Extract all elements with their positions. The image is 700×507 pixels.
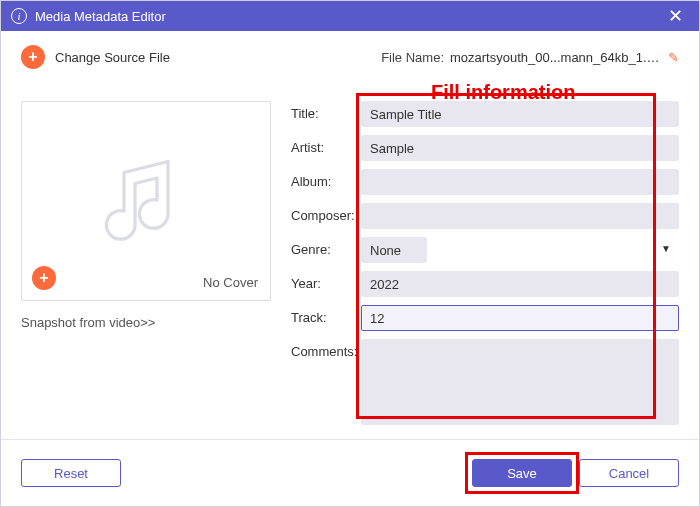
cover-box: + No Cover <box>21 101 271 301</box>
label-title: Title: <box>291 101 361 121</box>
label-comments: Comments: <box>291 339 361 359</box>
label-track: Track: <box>291 305 361 325</box>
annotation-save-highlight: Save <box>465 452 579 494</box>
music-note-icon <box>91 145 201 258</box>
year-field[interactable] <box>361 271 679 297</box>
composer-field[interactable] <box>361 203 679 229</box>
close-icon[interactable]: ✕ <box>662 5 689 27</box>
window: i Media Metadata Editor ✕ + Change Sourc… <box>0 0 700 507</box>
edit-filename-icon[interactable]: ✎ <box>668 50 679 65</box>
content: + Change Source File File Name: mozartsy… <box>1 31 699 439</box>
label-album: Album: <box>291 169 361 189</box>
title-field[interactable] <box>361 101 679 127</box>
add-cover-icon[interactable]: + <box>32 266 56 290</box>
titlebar: i Media Metadata Editor ✕ <box>1 1 699 31</box>
label-artist: Artist: <box>291 135 361 155</box>
footer: Reset Save Cancel <box>1 439 699 506</box>
snapshot-from-video-link[interactable]: Snapshot from video>> <box>21 315 271 330</box>
change-source-plus-icon[interactable]: + <box>21 45 45 69</box>
save-button[interactable]: Save <box>472 459 572 487</box>
body-row: + No Cover Snapshot from video>> Title: … <box>21 101 679 433</box>
top-row: + Change Source File File Name: mozartsy… <box>21 45 679 69</box>
cancel-button[interactable]: Cancel <box>579 459 679 487</box>
no-cover-label: No Cover <box>203 275 258 290</box>
cover-column: + No Cover Snapshot from video>> <box>21 101 271 433</box>
window-title: Media Metadata Editor <box>35 9 166 24</box>
label-genre: Genre: <box>291 237 361 257</box>
reset-button[interactable]: Reset <box>21 459 121 487</box>
file-name-label: File Name: <box>381 50 444 65</box>
album-field[interactable] <box>361 169 679 195</box>
form-column: Title: Artist: Album: Composer: Genre: <box>291 101 679 433</box>
comments-field[interactable] <box>361 339 679 425</box>
change-source-button[interactable]: Change Source File <box>55 50 170 65</box>
info-icon: i <box>11 8 27 24</box>
label-composer: Composer: <box>291 203 361 223</box>
file-name-value: mozartsyouth_00...mann_64kb_1.wav <box>450 50 660 65</box>
genre-select[interactable]: None <box>361 237 427 263</box>
label-year: Year: <box>291 271 361 291</box>
track-field[interactable] <box>361 305 679 331</box>
artist-field[interactable] <box>361 135 679 161</box>
